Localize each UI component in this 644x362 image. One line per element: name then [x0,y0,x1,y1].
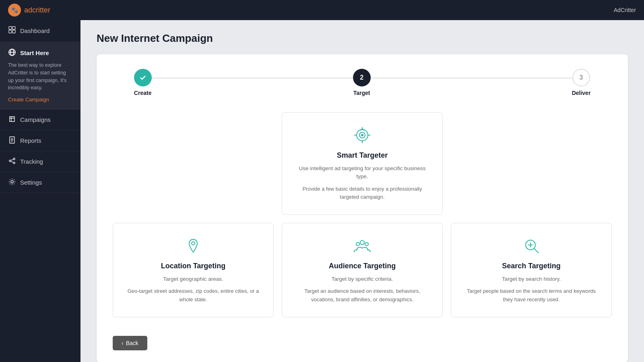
svg-rect-2 [9,30,12,33]
smart-targeter-desc: Provide a few basic details to enjoy a p… [293,185,431,202]
connector-1-2 [152,78,353,78]
sidebar-item-start-here[interactable]: Start Here [8,48,72,58]
svg-point-16 [11,181,13,183]
targeting-cards-grid: Smart Targeter Use intelligent ad target… [113,112,612,317]
sidebar-item-tracking[interactable]: Tracking [0,151,80,172]
sidebar-start-here-section: Start Here The best way to explore AdCri… [0,42,80,109]
layout: Dashboard Start Here The best way to exp… [0,20,644,362]
svg-point-26 [356,243,359,246]
audience-targeting-icon [293,236,431,255]
smart-targeter-card[interactable]: Smart Targeter Use intelligent ad target… [282,112,443,215]
location-targeting-icon [124,236,262,255]
sidebar-campaigns-label: Campaigns [20,116,51,123]
logo-icon: 🐾 [8,4,21,16]
step-deliver: 3 Deliver [572,69,591,96]
search-targeting-title: Search Targeting [462,262,600,270]
dashboard-icon [8,26,16,36]
logo: 🐾 adcritter [8,4,50,16]
svg-line-15 [11,161,13,162]
back-chevron-icon: ‹ [122,340,124,346]
bottom-actions: ‹ Back [113,328,612,350]
search-targeting-subtitle: Target by search history. [462,275,600,283]
svg-line-14 [11,159,13,160]
reports-icon [8,136,16,145]
audience-targeting-card[interactable]: Audience Targeting Target by specific cr… [282,223,443,317]
back-button[interactable]: ‹ Back [113,336,147,350]
search-targeting-card[interactable]: Search Targeting Target by search histor… [451,223,612,317]
step-create-label: Create [134,90,152,96]
sidebar-item-reports[interactable]: Reports [0,130,80,151]
svg-line-29 [534,249,539,253]
wizard-card: Create 2 Target 3 Deliver [97,54,628,362]
smart-targeter-icon [293,125,431,145]
sidebar-dashboard-label: Dashboard [20,27,50,34]
location-targeting-card[interactable]: Location Targeting Target geographic are… [113,223,274,317]
sidebar-settings-label: Settings [20,179,42,186]
svg-point-13 [13,162,15,164]
step-target: 2 Target [353,69,371,96]
step-create-circle [134,69,152,86]
audience-targeting-subtitle: Target by specific criteria. [293,275,431,283]
logo-text: adcritter [24,6,50,14]
step-target-label: Target [353,90,370,96]
audience-targeting-title: Audience Targeting [293,262,431,270]
sidebar: Dashboard Start Here The best way to exp… [0,20,80,362]
svg-point-25 [360,241,364,245]
search-targeting-desc: Target people based on the search terms … [462,287,600,304]
step-deliver-circle: 3 [572,69,590,86]
svg-point-24 [192,242,195,245]
main-content: New Internet Campaign Create [80,20,644,362]
start-here-description: The best way to explore AdCritter is to … [8,62,72,92]
svg-rect-0 [9,27,12,29]
topbar: 🐾 adcritter AdCritter [0,0,644,20]
svg-rect-3 [12,30,15,33]
search-targeting-icon [462,236,600,255]
sidebar-item-campaigns[interactable]: Campaigns [0,109,80,130]
location-targeting-subtitle: Target geographic areas. [124,275,262,283]
step-target-circle: 2 [353,69,371,86]
step-deliver-label: Deliver [572,90,591,96]
smart-targeter-subtitle: Use intelligent ad targeting for your sp… [293,165,431,181]
connector-2-3 [371,78,572,78]
sidebar-reports-label: Reports [20,137,41,144]
sidebar-tracking-label: Tracking [20,158,43,165]
campaigns-icon [8,115,16,124]
sidebar-item-settings[interactable]: Settings [0,172,80,193]
step-create: Create [134,69,152,96]
svg-point-27 [365,243,368,246]
globe-icon [8,48,16,58]
smart-targeter-title: Smart Targeter [293,151,431,160]
sidebar-item-dashboard[interactable]: Dashboard [0,20,80,42]
empty-cell-1 [113,112,274,215]
tracking-icon [8,157,16,166]
svg-rect-1 [12,27,15,29]
location-targeting-desc: Geo-target street addresses, zip codes, … [124,287,262,304]
empty-cell-2 [451,112,612,215]
svg-point-11 [9,160,11,162]
svg-point-12 [13,158,15,160]
audience-targeting-desc: Target an audience based on interests, b… [293,287,431,304]
create-campaign-link[interactable]: Create Campaign [8,97,72,103]
page-title: New Internet Campaign [97,32,628,45]
topbar-user-label: AdCritter [614,7,636,13]
location-targeting-title: Location Targeting [124,262,262,270]
stepper: Create 2 Target 3 Deliver [113,69,612,96]
svg-point-23 [361,134,363,136]
settings-icon [8,178,16,187]
